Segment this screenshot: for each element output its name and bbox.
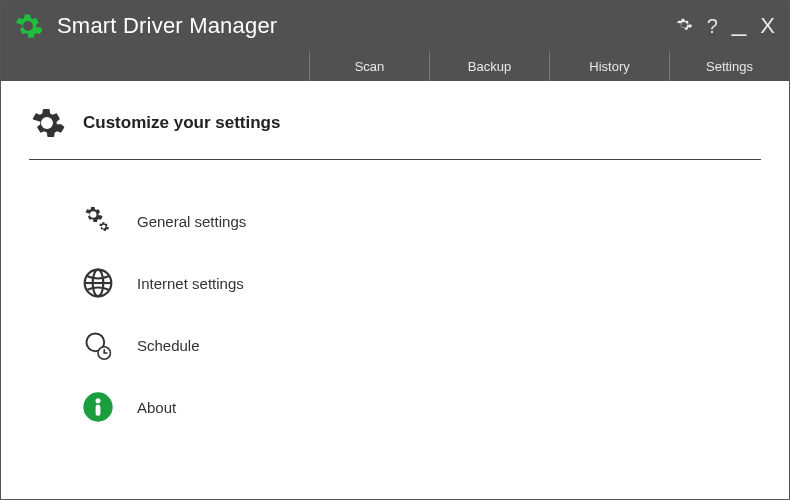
settings-icon[interactable]	[675, 16, 693, 37]
tab-history[interactable]: History	[549, 51, 669, 81]
schedule-icon	[81, 328, 115, 362]
svg-point-9	[95, 398, 100, 403]
option-label: About	[137, 399, 176, 416]
app-title: Smart Driver Manager	[57, 13, 675, 39]
option-internet-settings[interactable]: Internet settings	[81, 266, 761, 300]
page-title: Customize your settings	[83, 113, 280, 133]
tab-settings[interactable]: Settings	[669, 51, 789, 81]
tab-scan[interactable]: Scan	[309, 51, 429, 81]
content-area: Customize your settings General settings	[1, 81, 789, 499]
gear-icon	[29, 105, 65, 141]
help-icon[interactable]: ?	[707, 16, 718, 36]
option-label: Internet settings	[137, 275, 244, 292]
options-list: General settings Internet settings	[29, 204, 761, 424]
globe-icon	[81, 266, 115, 300]
tab-backup[interactable]: Backup	[429, 51, 549, 81]
option-general-settings[interactable]: General settings	[81, 204, 761, 238]
option-schedule[interactable]: Schedule	[81, 328, 761, 362]
gears-icon	[81, 204, 115, 238]
option-label: Schedule	[137, 337, 200, 354]
titlebar: Smart Driver Manager ? _ X	[1, 1, 789, 51]
minimize-icon[interactable]: _	[732, 9, 746, 35]
svg-rect-10	[96, 405, 101, 416]
option-label: General settings	[137, 213, 246, 230]
close-icon[interactable]: X	[760, 15, 775, 37]
app-window: Smart Driver Manager ? _ X Scan Backup H…	[0, 0, 790, 500]
tabbar: Scan Backup History Settings	[1, 51, 789, 81]
window-controls: ? _ X	[675, 13, 775, 39]
option-about[interactable]: About	[81, 390, 761, 424]
info-icon	[81, 390, 115, 424]
app-logo-gear-icon	[13, 11, 43, 41]
page-header: Customize your settings	[29, 105, 761, 160]
